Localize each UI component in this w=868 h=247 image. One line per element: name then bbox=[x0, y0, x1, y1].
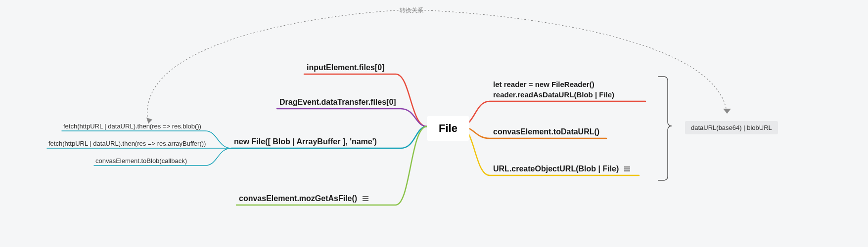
bracket-target-box: dataURL(base64) | blobURL bbox=[685, 121, 778, 134]
subnode-fetch-blob: fetch(httpURL | dataURL).then(res => res… bbox=[63, 123, 201, 130]
note-icon bbox=[363, 196, 369, 202]
branch-filereader-line2: reader.readAsDataURL(Blob | File) bbox=[493, 89, 614, 100]
note-icon bbox=[624, 166, 631, 172]
branch-todataurl: convasElement.toDataURL() bbox=[493, 127, 599, 136]
branch-mozgetasfile-label: convasElement.mozGetAsFile() bbox=[239, 194, 357, 203]
branch-filereader-line1: let reader = new FileReader() bbox=[493, 79, 614, 89]
branch-createobjecturl: URL.createObjectURL(Blob | File) bbox=[493, 165, 631, 173]
arc-annotation: 转换关系 bbox=[400, 6, 423, 15]
branch-createobjecturl-label: URL.createObjectURL(Blob | File) bbox=[493, 165, 619, 173]
branch-new-file: new File([ Blob | ArrayBuffer ], 'name') bbox=[234, 137, 377, 146]
branch-dragevent: DragEvent.dataTransfer.files[0] bbox=[279, 98, 396, 107]
center-node: File bbox=[427, 116, 469, 141]
branch-mozgetasfile: convasElement.mozGetAsFile() bbox=[239, 194, 369, 203]
branch-filereader: let reader = new FileReader() reader.rea… bbox=[493, 79, 614, 100]
subnode-canvas-toblob: convasElement.toBlob(callback) bbox=[95, 157, 187, 165]
subnode-fetch-arraybuffer: fetch(httpURL | dataURL).then(res => res… bbox=[48, 140, 206, 147]
branch-input-files: inputElement.files[0] bbox=[307, 63, 384, 72]
